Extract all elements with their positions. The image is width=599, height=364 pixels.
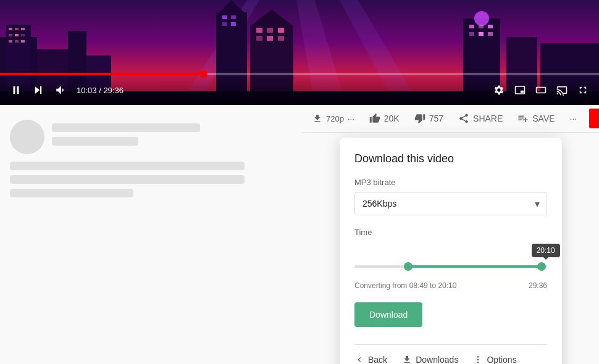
- video-player: 10:03 / 29:36: [0, 0, 599, 105]
- svg-rect-39: [488, 32, 493, 36]
- share-button[interactable]: SHARE: [456, 109, 505, 128]
- dislike-button[interactable]: 757: [412, 109, 446, 128]
- total-time: 29:36: [103, 86, 124, 95]
- svg-point-53: [477, 362, 479, 363]
- more-button[interactable]: ···: [568, 110, 580, 127]
- cast-button[interactable]: [553, 81, 571, 99]
- svg-rect-35: [479, 25, 484, 28]
- svg-rect-12: [9, 40, 12, 43]
- miniplayer-button[interactable]: [511, 81, 529, 99]
- popup-divider: [354, 344, 547, 345]
- like-button[interactable]: 20K: [367, 109, 402, 128]
- svg-rect-8: [21, 28, 25, 30]
- channel-name-placeholder: [52, 137, 138, 146]
- back-nav-item[interactable]: Back: [354, 355, 387, 364]
- bitrate-selector: 256Kbps 192Kbps 128Kbps 64Kbps ▾: [354, 192, 547, 215]
- svg-rect-30: [267, 36, 273, 41]
- svg-rect-7: [15, 28, 19, 30]
- slider-time-range: Converting from 08:49 to 20:10 29:36: [354, 281, 547, 290]
- settings-button[interactable]: [490, 81, 508, 99]
- options-label: Options: [487, 355, 516, 364]
- current-time: 10:03: [77, 86, 97, 95]
- svg-rect-31: [278, 36, 284, 41]
- svg-rect-46: [40, 86, 41, 94]
- svg-rect-21: [231, 15, 236, 19]
- like-count: 20K: [384, 114, 400, 123]
- time-section: Time 20:10 Converting from 08:49 to 20:1…: [354, 228, 547, 290]
- svg-rect-29: [256, 36, 262, 41]
- svg-point-52: [477, 356, 479, 358]
- description-placeholder: [10, 162, 293, 197]
- pause-button[interactable]: [7, 81, 25, 99]
- desc-line-1: [10, 162, 245, 170]
- svg-point-51: [477, 359, 479, 361]
- slider-thumb-right[interactable]: 20:10: [537, 262, 546, 271]
- svg-rect-20: [222, 15, 227, 19]
- channel-text: [52, 123, 293, 151]
- more-dots: ···: [570, 114, 577, 123]
- slider-fill: [408, 265, 541, 268]
- svg-rect-37: [469, 32, 474, 36]
- time-field-label: Time: [354, 228, 547, 237]
- theater-button[interactable]: [532, 81, 550, 99]
- svg-rect-43: [14, 86, 15, 94]
- desc-line-3: [10, 189, 133, 197]
- subscribe-button[interactable]: SUBSCRIBE: [589, 109, 599, 128]
- svg-rect-9: [9, 34, 12, 36]
- svg-rect-23: [231, 22, 236, 26]
- left-content: [0, 115, 303, 207]
- svg-rect-13: [15, 40, 19, 43]
- svg-rect-10: [15, 34, 19, 36]
- quality-selector[interactable]: 720p ···: [310, 110, 357, 127]
- slider-tooltip: 20:10: [532, 244, 560, 257]
- svg-rect-27: [267, 28, 273, 33]
- channel-info: [10, 120, 293, 154]
- bitrate-label: MP3 bitrate: [354, 178, 547, 187]
- svg-rect-38: [479, 32, 484, 36]
- tooltip-value: 20:10: [537, 246, 555, 255]
- fullscreen-button[interactable]: [574, 81, 592, 99]
- svg-rect-6: [9, 28, 12, 30]
- svg-marker-45: [35, 86, 40, 94]
- action-bar: 720p ··· 20K 757 SHARE SAVE: [303, 105, 599, 133]
- player-controls: 10:03 / 29:36: [0, 75, 599, 105]
- back-label: Back: [368, 355, 387, 364]
- svg-rect-50: [537, 88, 546, 93]
- right-panel: 720p ··· 20K 757 SHARE SAVE: [303, 105, 599, 364]
- svg-rect-34: [469, 25, 474, 28]
- svg-rect-44: [17, 86, 19, 94]
- slider-thumb-left[interactable]: [404, 262, 413, 271]
- download-popup: Download this video MP3 bitrate 256Kbps …: [340, 138, 562, 364]
- svg-rect-28: [278, 28, 284, 33]
- svg-rect-22: [222, 22, 227, 26]
- share-label: SHARE: [473, 114, 503, 123]
- svg-rect-36: [488, 25, 493, 28]
- quality-label: 720p: [326, 114, 344, 123]
- right-controls: [490, 81, 592, 99]
- time-slider[interactable]: 20:10: [354, 254, 547, 279]
- save-button[interactable]: SAVE: [515, 109, 557, 128]
- save-label: SAVE: [532, 114, 555, 123]
- converting-text: Converting from 08:49 to 20:10: [354, 281, 456, 290]
- content-area: 720p ··· 20K 757 SHARE SAVE: [0, 105, 599, 217]
- svg-point-33: [474, 11, 489, 26]
- next-button[interactable]: [30, 81, 47, 99]
- download-button[interactable]: Download: [354, 302, 422, 327]
- popup-title: Download this video: [354, 152, 547, 165]
- channel-avatar: [10, 120, 44, 154]
- total-time-label: 29:36: [529, 281, 547, 290]
- downloads-label: Downloads: [416, 355, 458, 364]
- quality-dots: ···: [348, 114, 354, 123]
- svg-rect-49: [521, 91, 524, 93]
- downloads-nav-item[interactable]: Downloads: [402, 355, 458, 364]
- volume-button[interactable]: [52, 81, 69, 99]
- svg-rect-26: [256, 28, 262, 33]
- desc-line-2: [10, 175, 245, 184]
- svg-rect-14: [21, 40, 25, 43]
- bitrate-select[interactable]: 256Kbps 192Kbps 128Kbps 64Kbps: [354, 192, 547, 215]
- popup-bottom-nav: Back Downloads Options: [354, 355, 547, 364]
- svg-rect-11: [21, 34, 25, 36]
- options-nav-item[interactable]: Options: [473, 355, 516, 364]
- svg-marker-47: [56, 86, 61, 94]
- dislike-count: 757: [429, 114, 443, 123]
